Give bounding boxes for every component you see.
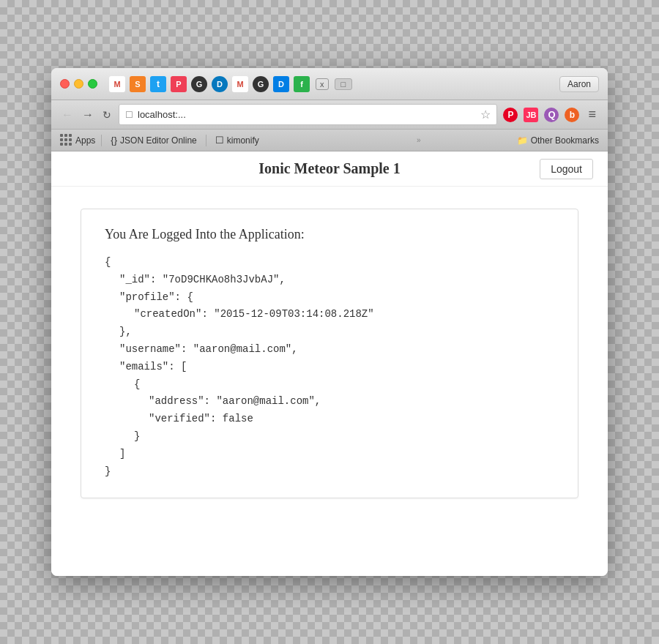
tab-twitter[interactable]: t xyxy=(150,76,166,92)
folder-icon: 📁 xyxy=(517,135,528,146)
json-profile-open: "profile": { xyxy=(119,289,554,307)
url-favicon: ☐ xyxy=(125,110,133,120)
tab-stackoverflow[interactable]: S xyxy=(130,76,146,92)
url-text: localhost:... xyxy=(138,109,186,120)
tab-gmail[interactable]: M xyxy=(109,76,125,92)
address-extras: P JB Q b xyxy=(503,108,579,122)
page-header: Ionic Meteor Sample 1 Logout xyxy=(51,151,608,187)
bookmark-separator-2 xyxy=(206,135,206,146)
json-email-obj-open: { xyxy=(134,376,554,394)
page-content: Ionic Meteor Sample 1 Logout You Are Log… xyxy=(51,151,608,576)
bookmark-kimonify[interactable]: ☐ kimonify xyxy=(212,133,262,147)
tab-close-button[interactable]: x xyxy=(316,78,329,90)
tab-feedly[interactable]: f xyxy=(294,76,310,92)
json-editor-label: JSON Editor Online xyxy=(120,135,197,146)
browser-window: M S t P G D M G D f x □ Aaron ← → ↻ ☐ lo… xyxy=(51,68,608,576)
readability-icon[interactable]: Q xyxy=(544,108,559,122)
tab-icons: M S t P G D M G D f xyxy=(109,76,310,92)
jb-icon[interactable]: JB xyxy=(524,108,538,122)
json-address-line: "address": "aaron@mail.com", xyxy=(149,393,554,411)
json-username-line: "username": "aaron@mail.com", xyxy=(119,341,554,359)
browser-menu-button[interactable]: ≡ xyxy=(585,105,599,124)
json-verified-line: "verified": false xyxy=(149,411,554,428)
json-close-brace: } xyxy=(105,463,554,481)
maximize-button[interactable] xyxy=(88,79,97,89)
logout-button[interactable]: Logout xyxy=(540,159,593,179)
json-emails-close: ] xyxy=(119,446,554,463)
kimonify-icon: ☐ xyxy=(215,135,224,146)
bookmark-star-icon[interactable]: ☆ xyxy=(480,108,491,121)
tab-github2[interactable]: G xyxy=(253,76,269,92)
other-bookmarks-label: Other Bookmarks xyxy=(531,135,599,146)
json-editor-icon: {} xyxy=(111,135,117,146)
traffic-lights xyxy=(60,79,97,89)
page-body: You Are Logged Into the Application: { "… xyxy=(51,187,608,520)
json-open-brace: { xyxy=(105,254,554,272)
new-tab-button[interactable]: □ xyxy=(335,78,353,90)
bookmark-separator xyxy=(101,135,102,146)
apps-bookmark[interactable]: Apps xyxy=(60,134,95,146)
json-emails-open: "emails": [ xyxy=(119,359,554,376)
url-bar[interactable]: ☐ localhost:... ☆ xyxy=(119,104,497,125)
json-email-obj-close: } xyxy=(134,428,554,446)
reload-button[interactable]: ↻ xyxy=(101,108,113,122)
bookmark-json-editor[interactable]: {} JSON Editor Online xyxy=(108,133,199,147)
tab-gmail2[interactable]: M xyxy=(232,76,248,92)
pinterest-icon[interactable]: P xyxy=(503,108,518,122)
page-title: Ionic Meteor Sample 1 xyxy=(258,160,401,177)
tab-pocket[interactable]: P xyxy=(171,76,187,92)
json-profile-close: }, xyxy=(119,323,554,341)
apps-label: Apps xyxy=(75,135,95,146)
tab-drupal[interactable]: D xyxy=(212,76,228,92)
tab-github[interactable]: G xyxy=(191,76,207,92)
json-id-line: "_id": "7oD9CHKAo8h3JvbAJ", xyxy=(119,272,554,289)
logged-in-heading: You Are Logged Into the Application: xyxy=(105,227,554,242)
user-name: Aaron xyxy=(559,76,599,92)
more-bookmarks-button[interactable]: » xyxy=(358,136,421,144)
address-bar: ← → ↻ ☐ localhost:... ☆ P JB Q b ≡ xyxy=(51,100,608,130)
json-createdon-line: "createdOn": "2015-12-09T03:14:08.218Z" xyxy=(134,306,554,323)
content-card: You Are Logged Into the Application: { "… xyxy=(81,209,578,498)
bitly-icon[interactable]: b xyxy=(565,108,579,122)
tab-bar: M S t P G D M G D f x □ xyxy=(109,76,554,92)
json-display: { "_id": "7oD9CHKAo8h3JvbAJ", "profile":… xyxy=(105,254,554,480)
other-bookmarks-folder[interactable]: 📁 Other Bookmarks xyxy=(517,135,599,146)
minimize-button[interactable] xyxy=(74,79,83,89)
title-bar: M S t P G D M G D f x □ Aaron xyxy=(51,68,608,100)
bookmarks-bar: Apps {} JSON Editor Online ☐ kimonify » … xyxy=(51,130,608,151)
back-button[interactable]: ← xyxy=(60,107,75,123)
close-button[interactable] xyxy=(60,79,70,89)
forward-button[interactable]: → xyxy=(81,107,95,123)
apps-grid-icon xyxy=(60,134,72,146)
kimonify-label: kimonify xyxy=(227,135,259,146)
tab-dropbox[interactable]: D xyxy=(273,76,289,92)
